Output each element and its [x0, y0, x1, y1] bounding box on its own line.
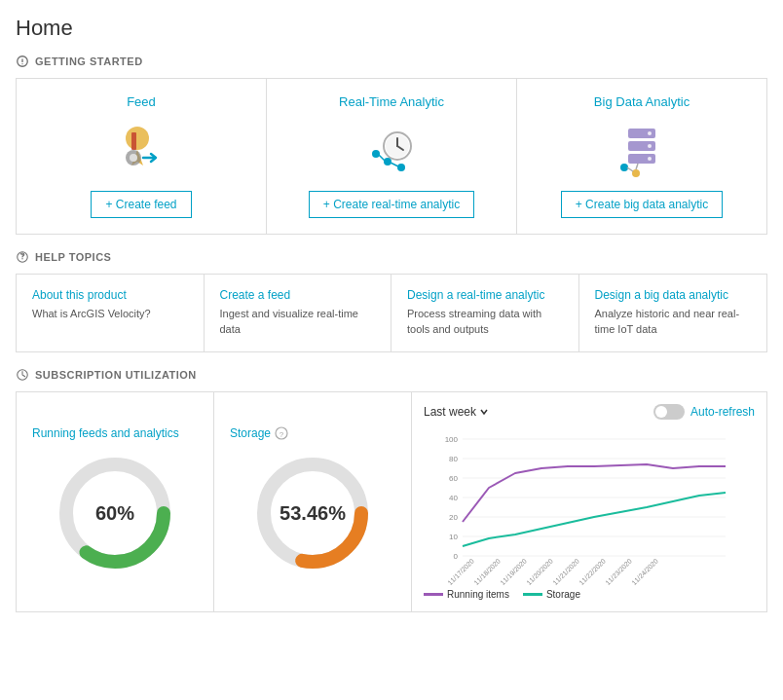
svg-point-2: [21, 63, 22, 64]
bigdata-card: Big Data Analytic: [517, 79, 766, 234]
svg-line-15: [379, 155, 385, 161]
storage-help-icon: ?: [275, 426, 288, 440]
create-feed-button[interactable]: + Create feed: [91, 191, 191, 218]
realtime-card: Real-Time Analytic: [267, 79, 517, 234]
svg-point-3: [126, 127, 149, 150]
storage-pct: 53.46%: [280, 502, 346, 525]
subscription-header: SUBSCRIPTION UTILIZATION: [16, 368, 767, 382]
chart-svg: 100 80 60 40 20 10 0 11/17/2020 11/18/20…: [424, 429, 735, 585]
svg-rect-4: [131, 132, 136, 150]
svg-point-13: [384, 158, 392, 166]
svg-text:11/24/2020: 11/24/2020: [630, 557, 659, 585]
svg-text:40: 40: [449, 494, 458, 502]
svg-text:80: 80: [449, 455, 458, 463]
create-realtime-button[interactable]: + Create real-time analytic: [309, 191, 474, 218]
svg-text:20: 20: [449, 513, 458, 522]
running-feeds-title: Running feeds and analytics: [32, 426, 179, 440]
svg-point-14: [397, 164, 405, 171]
help-topics-icon: [16, 250, 29, 264]
storage-donut: 53.46%: [249, 450, 376, 576]
svg-text:11/20/2020: 11/20/2020: [525, 557, 554, 585]
svg-line-16: [391, 163, 398, 166]
sub-row: Running feeds and analytics 60% Storage: [17, 392, 766, 611]
getting-started-cards: Feed + Cr: [16, 78, 767, 235]
help-link-2[interactable]: Design a real-time analytic: [407, 288, 563, 302]
subscription-label: SUBSCRIPTION UTILIZATION: [35, 369, 197, 381]
svg-point-27: [21, 254, 23, 256]
svg-text:60: 60: [449, 474, 458, 483]
bigdata-card-title: Big Data Analytic: [594, 94, 690, 109]
svg-point-24: [632, 169, 640, 177]
svg-text:11/18/2020: 11/18/2020: [472, 557, 502, 585]
getting-started-section: GETTING STARTED Feed: [16, 55, 767, 235]
svg-text:?: ?: [280, 430, 284, 439]
svg-point-23: [620, 164, 628, 171]
help-cell-2: Design a real-time analytic Process stre…: [392, 275, 579, 351]
help-cell-1: Create a feed Ingest and visualize real-…: [205, 275, 392, 351]
help-cell-3: Design a big data analytic Analyze histo…: [579, 275, 767, 351]
svg-point-21: [648, 144, 652, 148]
auto-refresh-control: Auto-refresh: [653, 404, 755, 420]
svg-point-29: [21, 258, 22, 259]
legend-label-running: Running items: [447, 589, 509, 600]
legend-item-running: Running items: [424, 589, 509, 600]
period-label: Last week: [424, 405, 476, 419]
period-selector[interactable]: Last week: [424, 405, 489, 419]
feed-card: Feed + Cr: [17, 79, 267, 234]
help-grid-inner: About this product What is ArcGIS Veloci…: [17, 275, 766, 351]
help-topics-header: HELP TOPICS: [16, 250, 767, 264]
svg-point-22: [648, 157, 652, 161]
auto-refresh-label: Auto-refresh: [690, 405, 755, 419]
subscription-content: Running feeds and analytics 60% Storage: [16, 391, 767, 612]
running-feeds-pct: 60%: [95, 502, 134, 525]
auto-refresh-toggle[interactable]: [653, 404, 685, 420]
subscription-section: SUBSCRIPTION UTILIZATION Running feeds a…: [16, 368, 767, 612]
help-topics-grid: About this product What is ArcGIS Veloci…: [16, 274, 767, 352]
svg-text:11/19/2020: 11/19/2020: [499, 557, 528, 585]
help-link-0[interactable]: About this product: [32, 288, 188, 302]
svg-text:11/21/2020: 11/21/2020: [551, 557, 580, 585]
svg-text:11/22/2020: 11/22/2020: [578, 557, 607, 585]
svg-point-20: [648, 131, 652, 135]
chart-cell: Last week Auto-refresh: [412, 392, 766, 611]
svg-point-6: [130, 154, 137, 162]
svg-text:11/17/2020: 11/17/2020: [446, 557, 475, 585]
help-topics-section: HELP TOPICS About this product What is A…: [16, 250, 767, 352]
svg-text:11/23/2020: 11/23/2020: [604, 557, 633, 585]
toggle-knob: [655, 406, 667, 418]
feed-card-title: Feed: [127, 94, 156, 109]
help-cell-0: About this product What is ArcGIS Veloci…: [17, 275, 205, 351]
help-link-3[interactable]: Design a big data analytic: [595, 288, 752, 302]
page-title: Home: [16, 16, 767, 41]
getting-started-icon: [16, 55, 29, 68]
chart-header: Last week Auto-refresh: [424, 404, 755, 420]
legend-label-storage: Storage: [546, 589, 580, 600]
running-feeds-donut: 60%: [52, 450, 178, 576]
svg-text:100: 100: [445, 435, 459, 444]
help-sub-3: Analyze historic and near real-time IoT …: [595, 308, 740, 335]
realtime-card-icon: [360, 119, 423, 181]
legend-color-storage: [523, 593, 542, 596]
chart-legend: Running items Storage: [424, 589, 580, 600]
help-link-1[interactable]: Create a feed: [220, 288, 376, 302]
svg-text:0: 0: [454, 552, 459, 561]
svg-text:10: 10: [449, 533, 458, 541]
help-sub-1: Ingest and visualize real-time data: [220, 308, 358, 335]
subscription-icon: [16, 368, 29, 382]
svg-line-25: [627, 167, 633, 171]
svg-point-12: [372, 150, 380, 158]
getting-started-label: GETTING STARTED: [35, 55, 143, 67]
running-feeds-cell: Running feeds and analytics 60%: [17, 392, 214, 611]
legend-color-running: [424, 593, 443, 596]
realtime-card-title: Real-Time Analytic: [339, 94, 444, 109]
bigdata-card-icon: [611, 119, 673, 181]
legend-item-storage: Storage: [523, 589, 580, 600]
feed-card-icon: [110, 119, 172, 181]
storage-title: Storage: [230, 426, 271, 440]
help-topics-label: HELP TOPICS: [35, 251, 111, 263]
help-sub-2: Process streaming data with tools and ou…: [407, 308, 541, 335]
help-sub-0: What is ArcGIS Velocity?: [32, 308, 151, 319]
chevron-down-icon: [479, 407, 489, 417]
getting-started-header: GETTING STARTED: [16, 55, 767, 68]
create-bigdata-button[interactable]: + Create big data analytic: [561, 191, 723, 218]
